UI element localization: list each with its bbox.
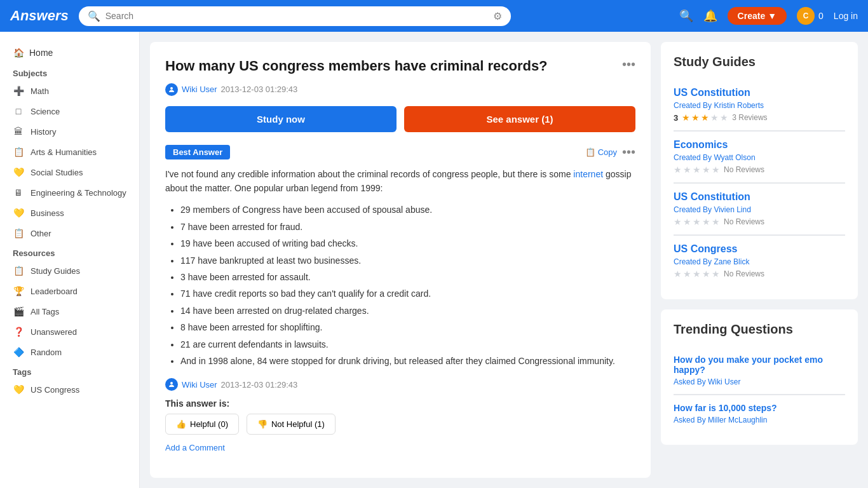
- guide-creator-link-3[interactable]: Zane Blick: [714, 257, 749, 266]
- guide-item-3: US Congress Created By Zane Blick ★ ★ ★ …: [674, 236, 845, 287]
- trending-asker-link-1[interactable]: Miller McLaughlin: [708, 416, 767, 424]
- guide-name-3[interactable]: US Congress: [674, 243, 845, 255]
- sidebar-item-all-tags[interactable]: 🎬 All Tags: [0, 301, 139, 322]
- sidebar-item-other[interactable]: 📋 Other: [0, 223, 139, 243]
- stars-1: ★ ★ ★ ★ ★: [674, 165, 720, 175]
- login-button[interactable]: Log in: [834, 11, 858, 21]
- guide-item-2: US Constitution Created By Vivien Lind ★…: [674, 184, 845, 235]
- guide-creator-link-0[interactable]: Kristin Roberts: [714, 101, 764, 110]
- study-guides-icon: 📋: [13, 265, 24, 276]
- see-answer-button[interactable]: See answer (1): [404, 106, 635, 132]
- stars-0: ★ ★ ★ ★ ★: [682, 112, 728, 123]
- best-answer-badge: Best Answer: [165, 145, 230, 159]
- guide-creator-1: Created By Wyatt Olson: [674, 153, 845, 162]
- add-comment-link[interactable]: Add a Comment: [165, 443, 225, 452]
- question-date: 2013-12-03 01:29:43: [221, 85, 298, 94]
- random-icon: 🔷: [13, 346, 24, 358]
- sidebar-item-leaderboard[interactable]: 🏆 Leaderboard: [0, 281, 139, 301]
- guide-name-2[interactable]: US Constitution: [674, 191, 845, 203]
- sidebar-item-history[interactable]: 🏛 History: [0, 121, 139, 142]
- header-search-icon[interactable]: 🔍: [679, 9, 693, 23]
- question-user[interactable]: Wiki User: [182, 85, 217, 94]
- question-more-icon[interactable]: •••: [622, 57, 635, 72]
- user-info: C 0: [797, 7, 824, 25]
- not-helpful-button[interactable]: 👎 Not Helpful (1): [247, 414, 336, 435]
- list-item: 29 members of Congress have been accused…: [180, 203, 635, 217]
- answer-user[interactable]: Wiki User: [182, 380, 217, 390]
- svg-point-1: [170, 382, 173, 384]
- user-avatar: C: [797, 7, 815, 25]
- arts-icon: 📋: [13, 146, 24, 158]
- guide-creator-link-1[interactable]: Wyatt Olson: [714, 153, 755, 162]
- list-item: 7 have been arrested for fraud.: [180, 220, 635, 234]
- history-icon: 🏛: [13, 126, 24, 137]
- sidebar-home[interactable]: 🏠 Home: [0, 42, 139, 64]
- sidebar-item-science[interactable]: □ Science: [0, 101, 139, 121]
- list-item: 3 have been arrested for assault.: [180, 270, 635, 284]
- copy-button[interactable]: 📋 Copy: [585, 147, 617, 157]
- search-input[interactable]: [105, 11, 488, 21]
- trending-item-1: How far is 10,000 steps? Asked By Miller…: [674, 395, 845, 432]
- trending-asker-link-0[interactable]: Wiki User: [708, 377, 740, 386]
- list-item: 117 have bankrupted at least two busines…: [180, 254, 635, 268]
- answer-more-icon[interactable]: •••: [622, 145, 635, 159]
- guide-name-1[interactable]: Economics: [674, 139, 845, 151]
- right-sidebar: Study Guides US Constitution Created By …: [661, 42, 858, 478]
- internet-link[interactable]: internet: [573, 169, 603, 179]
- trending-question-1[interactable]: How far is 10,000 steps?: [674, 403, 845, 413]
- guide-creator-2: Created By Vivien Lind: [674, 205, 845, 214]
- sidebar-item-us-congress[interactable]: 💛 US Congress: [0, 379, 139, 400]
- guide-name-0[interactable]: US Constitution: [674, 87, 845, 98]
- sidebar-item-study-guides[interactable]: 📋 Study Guides: [0, 261, 139, 281]
- answer-intro: I've not found any credible information …: [165, 167, 635, 196]
- guide-rating-1: ★ ★ ★ ★ ★ No Reviews: [674, 165, 845, 175]
- search-bar: 🔍 ⚙: [79, 6, 511, 26]
- trending-question-0[interactable]: How do you make your pocket emo happy?: [674, 355, 845, 375]
- study-now-button[interactable]: Study now: [165, 106, 397, 132]
- us-congress-icon: 💛: [13, 384, 24, 395]
- rating-num-0: 3: [674, 113, 678, 123]
- answer-actions: 📋 Copy •••: [585, 145, 635, 159]
- sidebar-item-social[interactable]: 💛 Social Studies: [0, 162, 139, 182]
- helpful-button[interactable]: 👍 Helpful (0): [165, 414, 239, 435]
- review-count-0: 3 Reviews: [732, 113, 767, 122]
- sidebar-item-unanswered[interactable]: ❓ Unanswered: [0, 322, 139, 342]
- trending-item-0: How do you make your pocket emo happy? A…: [674, 347, 845, 395]
- sidebar-item-business[interactable]: 💛 Business: [0, 203, 139, 223]
- layout: 🏠 Home Subjects ➕ Math □ Science 🏛 Histo…: [0, 32, 868, 488]
- guide-item-0: US Constitution Created By Kristin Rober…: [674, 79, 845, 131]
- study-guides-card: Study Guides US Constitution Created By …: [661, 42, 858, 299]
- main-content: How many US congress members have crimin…: [140, 32, 868, 488]
- social-icon: 💛: [13, 166, 24, 178]
- answer-user-avatar: [165, 378, 178, 391]
- filter-icon[interactable]: ⚙: [493, 10, 502, 22]
- create-button[interactable]: Create ▼: [728, 7, 787, 25]
- sidebar-item-math[interactable]: ➕ Math: [0, 81, 139, 101]
- rating-buttons: 👍 Helpful (0) 👎 Not Helpful (1): [165, 414, 635, 435]
- leaderboard-icon: 🏆: [13, 285, 24, 297]
- question-meta: Wiki User 2013-12-03 01:29:43: [165, 83, 635, 96]
- engineering-icon: 🖥: [13, 187, 24, 198]
- tags-title: Tags: [0, 362, 139, 379]
- card-header: How many US congress members have crimin…: [165, 57, 635, 76]
- sidebar-item-arts[interactable]: 📋 Arts & Humanities: [0, 142, 139, 162]
- sidebar-item-engineering[interactable]: 🖥 Engineering & Technology: [0, 182, 139, 203]
- study-guides-title: Study Guides: [674, 55, 845, 69]
- trending-asker-0: Asked By Wiki User: [674, 377, 845, 386]
- guide-rating-2: ★ ★ ★ ★ ★ No Reviews: [674, 217, 845, 227]
- business-icon: 💛: [13, 207, 24, 219]
- user-count: 0: [818, 11, 824, 21]
- action-buttons: Study now See answer (1): [165, 106, 635, 132]
- guide-rating-0: 3 ★ ★ ★ ★ ★ 3 Reviews: [674, 112, 845, 123]
- guide-creator-link-2[interactable]: Vivien Lind: [714, 205, 751, 214]
- best-answer-bar: Best Answer 📋 Copy •••: [165, 145, 635, 159]
- science-icon: □: [13, 105, 24, 117]
- list-item: And in 1998 alone, 84 were stopped for d…: [180, 354, 635, 368]
- header-bell-icon[interactable]: 🔔: [703, 9, 717, 23]
- sidebar-item-random[interactable]: 🔷 Random: [0, 342, 139, 362]
- list-item: 8 have been arrested for shoplifting.: [180, 320, 635, 334]
- list-item: 19 have been accused of writing bad chec…: [180, 236, 635, 250]
- answer-list: 29 members of Congress have been accused…: [180, 203, 635, 368]
- all-tags-icon: 🎬: [13, 306, 24, 317]
- guide-creator-3: Created By Zane Blick: [674, 257, 845, 266]
